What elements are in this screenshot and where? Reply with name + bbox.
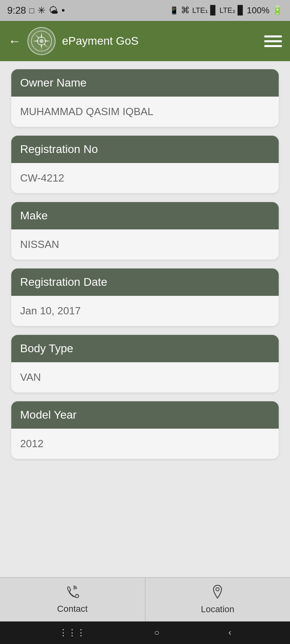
body-type-label: Body Type	[11, 335, 279, 362]
recent-apps-button[interactable]: ⋮⋮⋮	[59, 627, 85, 638]
menu-button[interactable]	[264, 35, 282, 47]
app-header: ← ePayment GoS	[0, 21, 290, 61]
main-content: Owner Name MUHAMMAD QASIM IQBAL Registra…	[0, 61, 290, 577]
make-card: Make NISSAN	[11, 202, 279, 260]
header-left: ← ePayment GoS	[8, 27, 139, 55]
model-year-label: Model Year	[11, 401, 279, 429]
battery-display: 100%	[247, 5, 269, 16]
svg-marker-3	[41, 44, 42, 50]
model-year-value: 2012	[11, 429, 279, 459]
registration-no-label: Registration No	[11, 136, 279, 163]
bottom-tab-bar: Contact Location	[0, 577, 290, 621]
battery-icon: 🔋	[272, 5, 283, 16]
lte1-icon: LTE₁	[192, 6, 208, 15]
hamburger-line-1	[264, 35, 282, 37]
status-left: 9:28 □ ✳ 🌤 •	[7, 5, 65, 16]
location-tab-label: Location	[201, 604, 234, 615]
tab-contact[interactable]: Contact	[0, 578, 145, 621]
registration-no-card: Registration No CW-4212	[11, 136, 279, 193]
app-logo	[27, 27, 56, 55]
back-button[interactable]: ←	[8, 34, 21, 49]
owner-name-label: Owner Name	[11, 69, 279, 97]
wifi-icon: ⌘	[181, 5, 190, 16]
dci-icon: □	[29, 6, 34, 15]
time-display: 9:28	[7, 5, 26, 16]
body-type-card: Body Type VAN	[11, 335, 279, 392]
dot-icon: •	[62, 5, 65, 16]
make-label: Make	[11, 202, 279, 229]
body-type-value: VAN	[11, 362, 279, 392]
svg-marker-2	[41, 32, 42, 38]
location-pin-icon	[211, 584, 224, 602]
home-button[interactable]: ○	[154, 627, 160, 638]
make-value: NISSAN	[11, 229, 279, 260]
snowflake-icon: ✳	[37, 5, 46, 16]
phone-icon	[66, 585, 79, 601]
tab-location[interactable]: Location	[145, 578, 290, 621]
header-title: ePayment GoS	[62, 35, 139, 47]
svg-marker-4	[33, 40, 39, 42]
svg-marker-5	[44, 40, 50, 42]
logo-svg	[31, 30, 52, 52]
owner-name-value: MUHAMMAD QASIM IQBAL	[11, 97, 279, 127]
model-year-card: Model Year 2012	[11, 401, 279, 459]
svg-point-10	[39, 39, 44, 43]
sim-icon: 📱	[170, 6, 178, 15]
owner-name-card: Owner Name MUHAMMAD QASIM IQBAL	[11, 69, 279, 127]
weather-icon: 🌤	[49, 5, 58, 16]
registration-date-label: Registration Date	[11, 268, 279, 296]
hamburger-line-3	[264, 45, 282, 47]
svg-point-11	[216, 588, 219, 591]
system-nav-bar: ⋮⋮⋮ ○ ‹	[0, 621, 290, 644]
back-nav-button[interactable]: ‹	[228, 627, 231, 638]
registration-no-value: CW-4212	[11, 163, 279, 193]
registration-date-card: Registration Date Jan 10, 2017	[11, 268, 279, 326]
contact-tab-label: Contact	[57, 604, 88, 614]
status-bar: 9:28 □ ✳ 🌤 • 📱 ⌘ LTE₁ ▊ LTE₂ ▊ 100% 🔋	[0, 0, 290, 21]
signal1-icon: ▊	[210, 5, 217, 16]
lte2-icon: LTE₂	[220, 6, 235, 15]
registration-date-value: Jan 10, 2017	[11, 296, 279, 326]
hamburger-line-2	[264, 40, 282, 42]
status-right: 📱 ⌘ LTE₁ ▊ LTE₂ ▊ 100% 🔋	[170, 5, 283, 16]
signal2-icon: ▊	[238, 5, 244, 16]
